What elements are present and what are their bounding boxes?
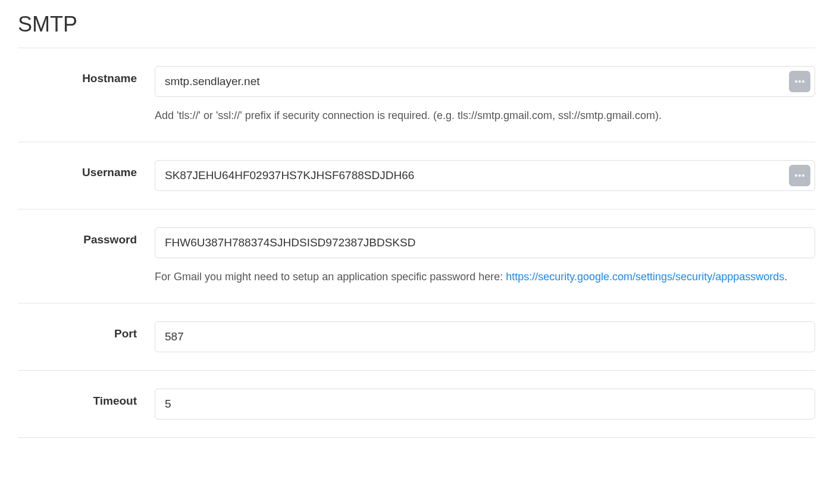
hostname-help-text: Add 'tls://' or 'ssl://' prefix if secur… (155, 108, 815, 124)
password-row: Password For Gmail you might need to set… (18, 209, 815, 303)
password-input[interactable] (155, 227, 815, 258)
svg-point-1 (798, 80, 801, 83)
password-help-link[interactable]: https://security.google.com/settings/sec… (506, 271, 784, 283)
more-options-icon (794, 79, 806, 84)
password-label: Password (83, 233, 137, 246)
timeout-row: Timeout (18, 371, 815, 438)
username-label: Username (82, 166, 137, 179)
username-row: Username (18, 142, 815, 209)
username-input[interactable] (155, 160, 815, 191)
svg-point-2 (802, 80, 804, 83)
hostname-options-button[interactable] (789, 71, 810, 92)
svg-point-4 (798, 174, 801, 177)
timeout-label: Timeout (93, 395, 137, 407)
svg-point-5 (802, 174, 804, 177)
port-row: Port (18, 303, 815, 371)
hostname-row: Hostname Add 'tls://' or 'ssl://' prefix… (18, 48, 815, 142)
timeout-input[interactable] (155, 389, 815, 420)
password-help-text: For Gmail you might need to setup an app… (155, 269, 815, 285)
page-title: SMTP (18, 12, 815, 48)
password-help-prefix: For Gmail you might need to setup an app… (155, 271, 506, 283)
port-input[interactable] (155, 321, 815, 352)
username-options-button[interactable] (789, 165, 810, 186)
hostname-input[interactable] (155, 66, 815, 97)
svg-point-3 (795, 174, 797, 177)
more-options-icon (794, 173, 806, 178)
port-label: Port (114, 327, 137, 340)
svg-point-0 (795, 80, 797, 83)
hostname-label: Hostname (82, 72, 137, 84)
password-help-suffix: . (784, 271, 787, 283)
